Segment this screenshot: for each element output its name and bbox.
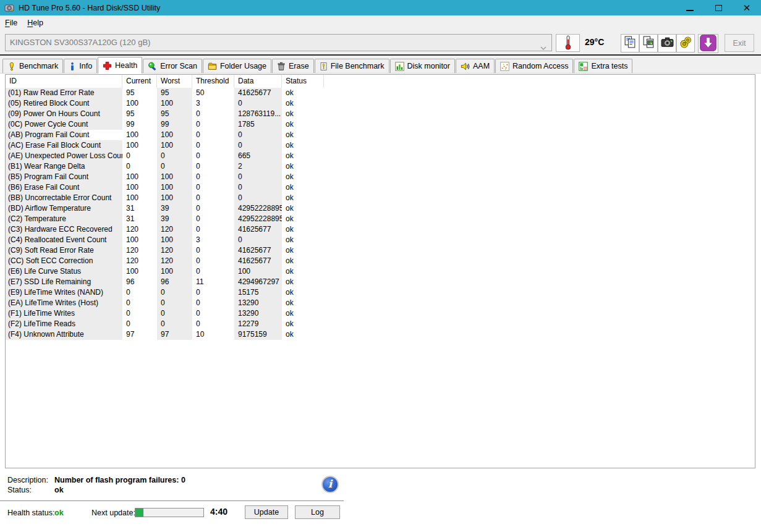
table-row[interactable]: (B1) Wear Range Delta0002ok bbox=[6, 161, 755, 172]
table-row[interactable]: (B5) Program Fail Count10010000ok bbox=[6, 172, 755, 182]
cell-status: ok bbox=[282, 308, 324, 319]
column-header-current[interactable]: Current bbox=[122, 75, 157, 88]
tab-folder-usage[interactable]: Folder Usage bbox=[203, 59, 271, 73]
exit-button[interactable]: Exit bbox=[725, 34, 754, 52]
drive-select-combobox[interactable]: KINGSTON SV300S37A120G (120 gB) bbox=[5, 34, 552, 51]
title-bar: HD Tune Pro 5.60 - Hard Disk/SSD Utility… bbox=[0, 0, 761, 15]
cell-id: (F2) LifeTime Reads bbox=[6, 319, 122, 329]
table-row[interactable]: (05) Retired Block Count10010030ok bbox=[6, 98, 755, 109]
table-row[interactable]: (BD) Airflow Temperature3139042952228895… bbox=[6, 203, 755, 214]
cell-status: ok bbox=[282, 130, 324, 140]
table-row[interactable]: (AE) Unexpected Power Loss Count000665ok bbox=[6, 151, 755, 161]
table-row[interactable]: (F4) Unknown Attribute9797109175159ok bbox=[6, 329, 755, 340]
error-scan-icon bbox=[148, 62, 157, 71]
table-row[interactable]: (E7) SSD Life Remaining9696114294967297o… bbox=[6, 277, 755, 287]
table-row[interactable]: (F1) LifeTime Writes00013290ok bbox=[6, 308, 755, 319]
table-row[interactable]: (01) Raw Read Error Rate95955041625677ok bbox=[6, 88, 755, 98]
cell-id: (AE) Unexpected Power Loss Count bbox=[6, 151, 122, 161]
next-update-progressbar bbox=[135, 508, 204, 517]
table-row[interactable]: (AB) Program Fail Count10010000ok bbox=[6, 130, 755, 140]
copy-image-icon bbox=[642, 35, 656, 51]
table-row[interactable]: (E9) LifeTime Writes (NAND)00015175ok bbox=[6, 287, 755, 298]
temperature-button[interactable] bbox=[556, 34, 580, 52]
tab-label: Error Scan bbox=[160, 62, 197, 70]
tab-random-access[interactable]: Random Access bbox=[495, 59, 573, 73]
column-header-status[interactable]: Status bbox=[282, 75, 324, 88]
table-row[interactable]: (AC) Erase Fail Block Count10010000ok bbox=[6, 140, 755, 151]
tab-info[interactable]: Info bbox=[64, 59, 97, 73]
cell-worst: 0 bbox=[157, 298, 192, 308]
tab-health[interactable]: Health bbox=[98, 57, 142, 74]
tab-disk-monitor[interactable]: Disk monitor bbox=[390, 59, 455, 73]
options-icon bbox=[679, 35, 693, 51]
column-header-data[interactable]: Data bbox=[234, 75, 282, 88]
table-row[interactable]: (C3) Hardware ECC Recovered1201200416256… bbox=[6, 224, 755, 235]
cell-id: (C3) Hardware ECC Recovered bbox=[6, 224, 122, 235]
description-label: Description: bbox=[7, 476, 48, 484]
table-row[interactable]: (CC) Soft ECC Correction120120041625677o… bbox=[6, 256, 755, 266]
cell-status: ok bbox=[282, 182, 324, 193]
tab-strip: BenchmarkInfoHealthError ScanFolder Usag… bbox=[0, 56, 761, 74]
close-button[interactable]: ✕ bbox=[733, 0, 761, 15]
menu-item-help[interactable]: Help bbox=[22, 17, 48, 29]
toolbar-buttons bbox=[621, 34, 718, 53]
next-update-label: Next update: bbox=[91, 509, 135, 517]
maximize-button[interactable] bbox=[704, 0, 733, 15]
table-row[interactable]: (09) Power On Hours Count95950128763119.… bbox=[6, 109, 755, 119]
cell-data: 42952228895 bbox=[234, 214, 282, 224]
info-icon[interactable]: i bbox=[321, 476, 339, 493]
copy-text-button[interactable] bbox=[621, 34, 639, 53]
menu-item-file[interactable]: File bbox=[0, 17, 22, 29]
cell-id: (C4) Reallocated Event Count bbox=[6, 235, 122, 245]
cell-current: 0 bbox=[122, 319, 157, 329]
column-header-worst[interactable]: Worst bbox=[157, 75, 192, 88]
status-label: Status: bbox=[7, 486, 32, 494]
table-row[interactable]: (C2) Temperature3139042952228895ok bbox=[6, 214, 755, 224]
options-button[interactable] bbox=[676, 34, 695, 53]
download-button[interactable] bbox=[698, 34, 718, 53]
smart-attributes-table: IDCurrentWorstThresholdDataStatus (01) R… bbox=[5, 74, 755, 468]
table-row[interactable]: (C4) Reallocated Event Count10010030ok bbox=[6, 235, 755, 245]
window-title: HD Tune Pro 5.60 - Hard Disk/SSD Utility bbox=[19, 4, 160, 12]
column-header-id[interactable]: ID bbox=[6, 75, 122, 88]
table-row[interactable]: (0C) Power Cycle Count999901785ok bbox=[6, 119, 755, 130]
cell-worst: 0 bbox=[157, 151, 192, 161]
cell-threshold: 0 bbox=[192, 119, 234, 130]
table-row[interactable]: (C9) Soft Read Error Rate120120041625677… bbox=[6, 245, 755, 256]
tab-erase[interactable]: Erase bbox=[272, 59, 314, 73]
table-row[interactable]: (EA) LifeTime Writes (Host)00013290ok bbox=[6, 298, 755, 308]
cell-status: ok bbox=[282, 277, 324, 287]
cell-threshold: 0 bbox=[192, 182, 234, 193]
health-status-label: Health status: bbox=[7, 509, 54, 517]
tab-file-benchmark[interactable]: File Benchmark bbox=[315, 59, 389, 73]
cell-threshold: 0 bbox=[192, 298, 234, 308]
table-row[interactable]: (F2) LifeTime Reads00012279ok bbox=[6, 319, 755, 329]
column-header-threshold[interactable]: Threshold bbox=[192, 75, 234, 88]
cell-status: ok bbox=[282, 214, 324, 224]
tab-extra-tests[interactable]: Extra tests bbox=[574, 59, 632, 73]
cell-threshold: 0 bbox=[192, 308, 234, 319]
cell-status: ok bbox=[282, 329, 324, 340]
tab-error-scan[interactable]: Error Scan bbox=[143, 59, 202, 73]
cell-data: 0 bbox=[234, 193, 282, 203]
cell-worst: 0 bbox=[157, 161, 192, 172]
tab-aam[interactable]: AAM bbox=[456, 59, 495, 73]
maximize-icon bbox=[715, 5, 722, 11]
cell-worst: 100 bbox=[157, 182, 192, 193]
cell-status: ok bbox=[282, 98, 324, 109]
table-row[interactable]: (B6) Erase Fail Count10010000ok bbox=[6, 182, 755, 193]
table-row[interactable]: (E6) Life Curve Status1001000100ok bbox=[6, 266, 755, 277]
minimize-button[interactable] bbox=[676, 0, 704, 15]
log-button[interactable]: Log bbox=[295, 505, 340, 519]
table-body: (01) Raw Read Error Rate95955041625677ok… bbox=[6, 88, 755, 340]
camera-button[interactable] bbox=[658, 34, 676, 53]
countdown-value: 4:40 bbox=[210, 507, 227, 517]
cell-data: 41625677 bbox=[234, 88, 282, 98]
cell-threshold: 0 bbox=[192, 319, 234, 329]
cell-status: ok bbox=[282, 298, 324, 308]
table-row[interactable]: (BB) Uncorrectable Error Count10010000ok bbox=[6, 193, 755, 203]
copy-image-button[interactable] bbox=[639, 34, 658, 53]
tab-benchmark[interactable]: Benchmark bbox=[2, 59, 63, 73]
update-button[interactable]: Update bbox=[245, 505, 288, 519]
cell-data: 100 bbox=[234, 266, 282, 277]
